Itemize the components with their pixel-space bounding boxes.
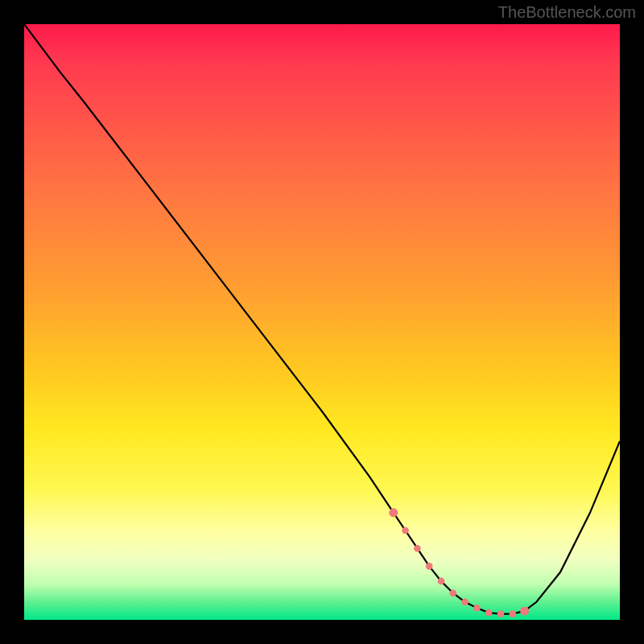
highlight-dot bbox=[402, 527, 409, 535]
highlight-dot bbox=[461, 599, 469, 606]
highlight-dots bbox=[389, 508, 529, 617]
highlight-dot bbox=[438, 578, 445, 585]
highlight-dot bbox=[450, 589, 457, 597]
highlight-dot bbox=[497, 610, 505, 617]
highlight-dot bbox=[485, 609, 493, 617]
curve-line bbox=[24, 24, 620, 614]
watermark-text: TheBottleneck.com bbox=[498, 3, 636, 22]
highlight-dot bbox=[520, 606, 529, 615]
chart-svg bbox=[24, 24, 620, 620]
highlight-dot bbox=[389, 508, 398, 517]
plot-area bbox=[24, 24, 620, 620]
highlight-dot bbox=[426, 563, 433, 570]
highlight-dot bbox=[414, 545, 421, 552]
highlight-dot bbox=[510, 610, 517, 617]
highlight-dot bbox=[473, 605, 481, 612]
